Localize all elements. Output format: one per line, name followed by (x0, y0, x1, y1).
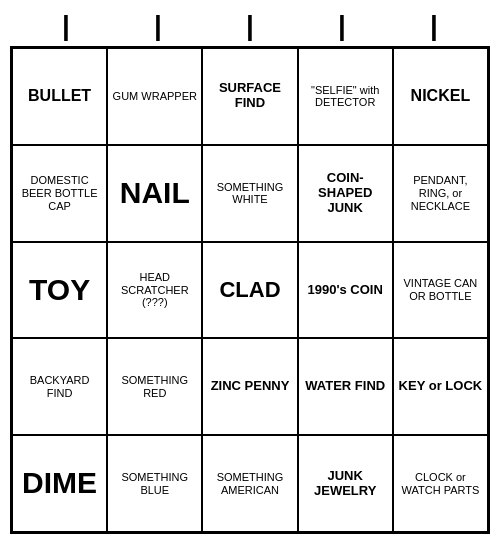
cell-label-1-3: COIN-SHAPED JUNK (303, 171, 388, 216)
cell-1-4[interactable]: PENDANT, RING, or NECKLACE (393, 145, 488, 242)
cell-3-2[interactable]: ZINC PENNY (202, 338, 297, 435)
header-col-3: | (204, 10, 296, 42)
cell-1-2[interactable]: SOMETHING WHITE (202, 145, 297, 242)
cell-2-4[interactable]: VINTAGE CAN OR BOTTLE (393, 242, 488, 339)
bingo-grid: BULLET GUM WRAPPER SURFACE FIND "SELFIE"… (10, 46, 490, 534)
header-col-1: | (20, 10, 112, 42)
cell-1-0[interactable]: DOMESTIC BEER BOTTLE CAP (12, 145, 107, 242)
cell-label-2-1: HEAD SCRATCHER (???) (112, 271, 197, 309)
cell-label-2-0: TOY (29, 273, 90, 308)
cell-0-0[interactable]: BULLET (12, 48, 107, 145)
cell-label-3-2: ZINC PENNY (211, 379, 290, 394)
cell-0-2[interactable]: SURFACE FIND (202, 48, 297, 145)
cell-label-2-2: CLAD (219, 277, 280, 302)
cell-label-4-2: SOMETHING AMERICAN (207, 471, 292, 496)
cell-4-2[interactable]: SOMETHING AMERICAN (202, 435, 297, 532)
cell-label-0-0: BULLET (28, 87, 91, 105)
cell-label-1-1: NAIL (120, 176, 190, 211)
cell-label-3-1: SOMETHING RED (112, 374, 197, 399)
cell-label-4-1: SOMETHING BLUE (112, 471, 197, 496)
cell-label-1-4: PENDANT, RING, or NECKLACE (398, 174, 483, 212)
cell-3-3[interactable]: WATER FIND (298, 338, 393, 435)
cell-label-4-0: DIME (22, 466, 97, 501)
bingo-header: | | | | | (10, 10, 490, 42)
cell-2-0[interactable]: TOY (12, 242, 107, 339)
cell-label-0-3: "SELFIE" with DETECTOR (303, 84, 388, 109)
cell-label-0-2: SURFACE FIND (207, 81, 292, 111)
cell-label-2-3: 1990's COIN (308, 283, 383, 298)
cell-label-0-1: GUM WRAPPER (113, 90, 197, 103)
cell-label-3-0: BACKYARD FIND (17, 374, 102, 399)
cell-1-3[interactable]: COIN-SHAPED JUNK (298, 145, 393, 242)
cell-2-2[interactable]: CLAD (202, 242, 297, 339)
cell-label-4-3: JUNK JEWELRY (303, 469, 388, 499)
cell-label-3-4: KEY or LOCK (399, 379, 483, 394)
cell-label-0-4: NICKEL (411, 87, 471, 105)
cell-4-4[interactable]: CLOCK or WATCH PARTS (393, 435, 488, 532)
cell-1-1[interactable]: NAIL (107, 145, 202, 242)
cell-label-4-4: CLOCK or WATCH PARTS (398, 471, 483, 496)
cell-0-3[interactable]: "SELFIE" with DETECTOR (298, 48, 393, 145)
header-col-5: | (388, 10, 480, 42)
cell-0-1[interactable]: GUM WRAPPER (107, 48, 202, 145)
cell-4-3[interactable]: JUNK JEWELRY (298, 435, 393, 532)
cell-4-1[interactable]: SOMETHING BLUE (107, 435, 202, 532)
cell-label-3-3: WATER FIND (305, 379, 385, 394)
cell-label-1-0: DOMESTIC BEER BOTTLE CAP (17, 174, 102, 212)
cell-3-1[interactable]: SOMETHING RED (107, 338, 202, 435)
cell-label-1-2: SOMETHING WHITE (207, 181, 292, 206)
header-col-4: | (296, 10, 388, 42)
header-col-2: | (112, 10, 204, 42)
cell-0-4[interactable]: NICKEL (393, 48, 488, 145)
cell-2-1[interactable]: HEAD SCRATCHER (???) (107, 242, 202, 339)
cell-3-4[interactable]: KEY or LOCK (393, 338, 488, 435)
cell-3-0[interactable]: BACKYARD FIND (12, 338, 107, 435)
cell-4-0[interactable]: DIME (12, 435, 107, 532)
cell-label-2-4: VINTAGE CAN OR BOTTLE (398, 277, 483, 302)
cell-2-3[interactable]: 1990's COIN (298, 242, 393, 339)
